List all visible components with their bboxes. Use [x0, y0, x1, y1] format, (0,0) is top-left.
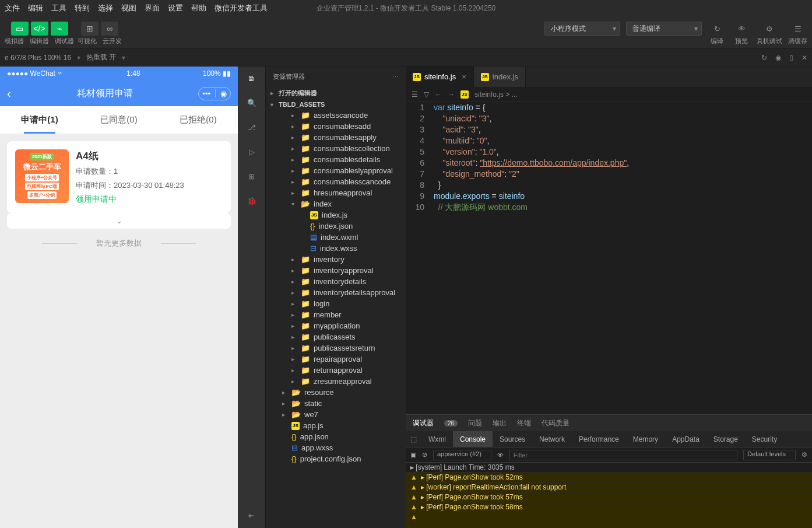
menu-view[interactable]: 视图	[121, 3, 136, 13]
inspect-icon[interactable]: ⬚	[410, 435, 421, 443]
clear-console-icon[interactable]: ⊘	[422, 451, 427, 459]
tree-item[interactable]: ▸📁repairapproval	[266, 354, 406, 365]
tree-item[interactable]: ▤index.wxml	[266, 232, 406, 243]
tree-item[interactable]: ▸📁consumablescollection	[266, 143, 406, 154]
tree-item[interactable]: ▸📁member	[266, 309, 406, 320]
compile-button[interactable]: ↻	[708, 22, 726, 36]
forward-arrow-icon[interactable]: →	[448, 90, 455, 99]
dbg-tab-debugger[interactable]: 调试器	[413, 418, 434, 428]
settings-icon[interactable]: ⚙	[802, 451, 807, 459]
open-editors-section[interactable]: ▸打开的编辑器	[266, 87, 406, 99]
menu-settings[interactable]: 设置	[168, 3, 183, 13]
debug-icon[interactable]: ▷	[245, 145, 259, 159]
tree-item[interactable]: ▸📁consumablesadd	[266, 121, 406, 132]
extensions-icon[interactable]: ⊞	[245, 169, 259, 183]
preview-button[interactable]: 👁	[732, 22, 751, 36]
tree-item[interactable]: ▸📂resource	[266, 387, 406, 398]
tree-item[interactable]: {}index.json	[266, 221, 406, 232]
tree-item[interactable]: ▸📁inventory	[266, 254, 406, 265]
dbg-tab-problems[interactable]: 问题	[468, 418, 482, 428]
bookmark-icon[interactable]: ▽	[424, 90, 429, 99]
visualize-button[interactable]: ⊞	[81, 22, 99, 36]
tree-item[interactable]: ⊟index.wxss	[266, 243, 406, 254]
project-section[interactable]: ▾TBLD_ASSETS	[266, 99, 406, 110]
debugger-button[interactable]: ⌁	[51, 22, 68, 36]
tree-item[interactable]: ▸📁login	[266, 298, 406, 309]
tree-item[interactable]: ▾📂index	[266, 198, 406, 209]
tree-item[interactable]: ▸📁inventoryapproval	[266, 265, 406, 276]
tree-item[interactable]: ▸📁hresumeapproval	[266, 187, 406, 198]
tree-item[interactable]: ▸📁returnapproval	[266, 365, 406, 376]
tree-item[interactable]: ▸📁consumablesscancode	[266, 176, 406, 187]
tree-item[interactable]: ▸📁zresumeapproval	[266, 376, 406, 387]
cloud-button[interactable]: ∞	[101, 22, 118, 36]
menu-file[interactable]: 文件	[5, 3, 20, 13]
back-icon[interactable]: ‹	[7, 87, 11, 100]
menu-select[interactable]: 选择	[98, 3, 113, 13]
context-select[interactable]: appservice (#2)	[433, 450, 491, 460]
devtab-console[interactable]: Console	[453, 431, 493, 447]
devtab-memory[interactable]: Memory	[626, 431, 665, 447]
editor-button[interactable]: </>	[31, 22, 48, 36]
devtab-network[interactable]: Network	[532, 431, 572, 447]
tab-rejected[interactable]: 已拒绝(0)	[159, 106, 238, 134]
tree-item[interactable]: ▸📁publicassets	[266, 331, 406, 342]
tree-item[interactable]: JSapp.js	[266, 420, 406, 431]
tree-item[interactable]: ▸📁inventorydetails	[266, 276, 406, 287]
console-output[interactable]: ▸ [system] Launch Time: 3035 ms▲▸ [Perf]…	[406, 463, 812, 528]
tree-item[interactable]: ▸📁publicassetsreturn	[266, 342, 406, 354]
devtab-security[interactable]: Security	[745, 431, 784, 447]
tab-index[interactable]: JS index.js	[474, 67, 526, 87]
devtab-wxml[interactable]: Wxml	[421, 431, 453, 447]
devtab-sources[interactable]: Sources	[493, 431, 532, 447]
tree-item[interactable]: ▸📁assetsscancode	[266, 110, 406, 121]
devtab-appdata[interactable]: AppData	[665, 431, 706, 447]
tree-item[interactable]: ▸📁consumableslyapproval	[266, 165, 406, 176]
tree-item[interactable]: {}app.json	[266, 431, 406, 442]
close-icon[interactable]: ✕	[802, 54, 807, 62]
tab-approved[interactable]: 已同意(0)	[79, 106, 159, 134]
dbg-tab-output[interactable]: 输出	[493, 418, 507, 428]
menu-interface[interactable]: 界面	[145, 3, 160, 13]
compile-dropdown[interactable]: 普通编译	[626, 22, 702, 36]
collapse-icon[interactable]: ⇤	[245, 508, 259, 522]
sidebar-toggle-icon[interactable]: ▣	[410, 451, 416, 459]
target-icon[interactable]: ◉	[220, 89, 227, 98]
back-arrow-icon[interactable]: ←	[435, 90, 442, 99]
mode-dropdown[interactable]: 小程序模式	[544, 22, 620, 36]
tree-item[interactable]: ▸📁consumablesdetails	[266, 154, 406, 165]
search-icon[interactable]: 🔍	[245, 96, 259, 110]
close-icon[interactable]: ×	[462, 72, 466, 81]
device-icon[interactable]: ▯	[789, 54, 793, 62]
file-tree[interactable]: ▸📁assetsscancode▸📁consumablesadd▸📁consum…	[266, 110, 406, 528]
card-expand[interactable]: ⌄	[7, 213, 231, 229]
clearcache-button[interactable]: ☰	[789, 22, 807, 36]
simulator-button[interactable]: ▭	[11, 22, 29, 36]
menu-wechat-devtools[interactable]: 微信开发者工具	[215, 3, 268, 13]
list-icon[interactable]: ☰	[412, 90, 418, 99]
menu-edit[interactable]: 编辑	[28, 3, 43, 13]
request-card[interactable]: 2021新版 微云二手车 小程序+公众号 电脑网站PC端 多商户+分销 A4纸 …	[7, 141, 231, 213]
explorer-icon[interactable]: 🗎	[245, 71, 259, 85]
levels-select[interactable]: Default levels	[743, 450, 796, 460]
breadcrumb-text[interactable]: siteinfo.js > ...	[474, 90, 518, 99]
menu-tools[interactable]: 工具	[51, 3, 66, 13]
device-select[interactable]: e 6/7/8 Plus 100% 16	[5, 54, 71, 62]
menu-goto[interactable]: 转到	[75, 3, 90, 13]
eye-icon[interactable]: 👁	[497, 452, 504, 459]
tab-applying[interactable]: 申请中(1)	[0, 106, 79, 134]
menu-help[interactable]: 帮助	[191, 3, 206, 13]
filter-input[interactable]	[509, 450, 737, 460]
dbg-tab-quality[interactable]: 代码质量	[542, 418, 570, 428]
devtab-storage[interactable]: Storage	[706, 431, 745, 447]
tree-item[interactable]: ▸📂static	[266, 398, 406, 409]
tree-item[interactable]: ▸📂we7	[266, 409, 406, 420]
phone-content[interactable]: 2021新版 微云二手车 小程序+公众号 电脑网站PC端 多商户+分销 A4纸 …	[0, 134, 238, 528]
tree-item[interactable]: ⊟app.wxss	[266, 442, 406, 453]
hotreload-toggle[interactable]: 热重载 开	[86, 53, 116, 62]
menu-dots-icon[interactable]: •••	[202, 89, 210, 98]
tree-item[interactable]: JSindex.js	[266, 209, 406, 221]
refresh-icon[interactable]: ↻	[761, 54, 767, 62]
record-icon[interactable]: ◉	[775, 54, 781, 62]
more-icon[interactable]: ⋯	[392, 73, 399, 81]
